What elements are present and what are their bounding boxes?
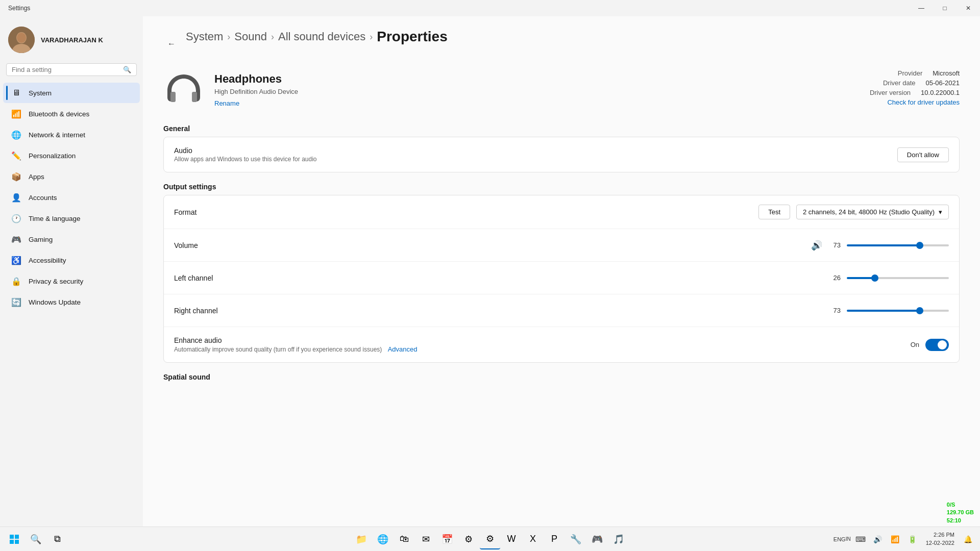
sidebar-item-network[interactable]: 🌐 Network & internet bbox=[3, 124, 140, 145]
taskview-button[interactable]: ⧉ bbox=[47, 529, 67, 549]
svg-rect-9 bbox=[15, 540, 19, 544]
provider-label: Provider bbox=[898, 69, 922, 77]
sidebar-item-accessibility[interactable]: ♿ Accessibility bbox=[3, 250, 140, 270]
network-tray-icon[interactable]: 📶 bbox=[887, 531, 903, 547]
taskbar-word[interactable]: W bbox=[501, 529, 522, 549]
search-input[interactable] bbox=[12, 66, 119, 73]
taskbar-center-icons: 📁 🌐 🛍 ✉ 📅 ⚙ ⚙ W X P 🔧 🎮 🎵 bbox=[351, 529, 629, 549]
taskbar-devtools[interactable]: 🔧 bbox=[566, 529, 586, 549]
content-area: ← System › Sound › All sound devices › P… bbox=[143, 16, 980, 527]
breadcrumb-allsound[interactable]: All sound devices bbox=[278, 30, 365, 43]
sidebar-item-privacy[interactable]: 🔒 Privacy & security bbox=[3, 271, 140, 291]
apps-icon: 📦 bbox=[11, 171, 21, 182]
minimize-button[interactable]: — bbox=[910, 0, 933, 16]
taskbar-games[interactable]: 🎮 bbox=[587, 529, 607, 549]
battery-icon[interactable]: 🔋 bbox=[904, 531, 921, 547]
sidebar-item-system[interactable]: 🖥 System bbox=[3, 83, 140, 103]
check-updates-link[interactable]: Check for driver updates bbox=[870, 98, 960, 106]
search-taskbar-button[interactable]: 🔍 bbox=[26, 529, 46, 549]
net-counter: 0/S 129.70 GB 52:10 bbox=[947, 501, 974, 524]
breadcrumb-properties: Properties bbox=[377, 29, 448, 45]
rename-link[interactable]: Rename bbox=[214, 99, 298, 107]
search-icon: 🔍 bbox=[123, 66, 131, 73]
sidebar-item-time[interactable]: 🕐 Time & language bbox=[3, 208, 140, 229]
titlebar: Settings — □ ✕ bbox=[0, 0, 980, 16]
taskbar: 🔍 ⧉ 📁 🌐 🛍 ✉ 📅 ⚙ ⚙ W X P 🔧 🎮 🎵 ENG IN ⌨ 🔊… bbox=[0, 527, 980, 551]
left-channel-slider-wrap bbox=[847, 273, 949, 283]
svg-rect-4 bbox=[170, 92, 176, 102]
volume-slider[interactable] bbox=[847, 244, 949, 246]
breadcrumb-sound[interactable]: Sound bbox=[234, 30, 267, 43]
breadcrumb-system[interactable]: System bbox=[186, 30, 223, 43]
format-label: Format bbox=[174, 208, 758, 216]
taskbar-store[interactable]: 🛍 bbox=[394, 529, 414, 549]
advanced-link[interactable]: Advanced bbox=[388, 345, 418, 353]
taskbar-settings[interactable]: ⚙ bbox=[458, 529, 479, 549]
right-channel-slider[interactable] bbox=[847, 310, 949, 312]
breadcrumb: System › Sound › All sound devices › Pro… bbox=[186, 29, 448, 45]
bluetooth-icon: 📶 bbox=[11, 109, 21, 119]
sidebar-item-windowsupdate[interactable]: 🔄 Windows Update bbox=[3, 292, 140, 312]
left-channel-control: 26 bbox=[828, 273, 949, 283]
enhance-toggle[interactable] bbox=[925, 339, 949, 351]
enhance-desc: Automatically improve sound quality (tur… bbox=[174, 345, 911, 353]
notification-icon[interactable]: 🔔 bbox=[960, 531, 976, 547]
user-profile: VARADHARAJAN K bbox=[0, 20, 143, 61]
sidebar-item-gaming[interactable]: 🎮 Gaming bbox=[3, 229, 140, 249]
breadcrumb-sep-1: › bbox=[227, 32, 230, 42]
format-test-button[interactable]: Test bbox=[758, 205, 790, 219]
close-button[interactable]: ✕ bbox=[957, 0, 980, 16]
audio-row: Audio Allow apps and Windows to use this… bbox=[164, 137, 959, 172]
driver-version-value: 10.0.22000.1 bbox=[921, 89, 960, 96]
volume-label: Volume bbox=[174, 241, 811, 249]
device-text: Headphones High Definition Audio Device … bbox=[214, 72, 298, 107]
sidebar-item-bluetooth[interactable]: 📶 Bluetooth & devices bbox=[3, 104, 140, 124]
format-dropdown[interactable]: 2 channels, 24 bit, 48000 Hz (Studio Qua… bbox=[796, 205, 949, 219]
driver-version-label: Driver version bbox=[870, 89, 911, 96]
accessibility-icon: ♿ bbox=[11, 255, 21, 265]
volume-tray-icon[interactable]: 🔊 bbox=[870, 531, 886, 547]
net-time: 52:10 bbox=[947, 517, 974, 524]
sidebar-item-personalization[interactable]: ✏️ Personalization bbox=[3, 145, 140, 166]
back-button[interactable]: ← bbox=[163, 36, 180, 52]
taskbar-music[interactable]: 🎵 bbox=[608, 529, 629, 549]
taskbar-calendar[interactable]: 📅 bbox=[437, 529, 457, 549]
device-subtitle: High Definition Audio Device bbox=[214, 88, 298, 95]
search-box[interactable]: 🔍 bbox=[6, 63, 137, 76]
driver-version-row: Driver version 10.0.22000.1 bbox=[870, 89, 960, 96]
upload-speed: 0/S bbox=[947, 501, 974, 509]
device-name: Headphones bbox=[214, 72, 298, 86]
driver-date-value: 05-06-2021 bbox=[926, 79, 960, 87]
nav: 🖥 System 📶 Bluetooth & devices 🌐 Network… bbox=[0, 82, 143, 313]
taskbar-edge[interactable]: 🌐 bbox=[373, 529, 393, 549]
sidebar-item-accounts[interactable]: 👤 Accounts bbox=[3, 187, 140, 208]
output-heading: Output settings bbox=[163, 183, 960, 191]
device-info: Headphones High Definition Audio Device … bbox=[163, 69, 298, 110]
taskbar-mail[interactable]: ✉ bbox=[415, 529, 436, 549]
time-icon: 🕐 bbox=[11, 213, 21, 223]
keyboard-icon[interactable]: ⌨ bbox=[852, 531, 869, 547]
left-channel-slider[interactable] bbox=[847, 277, 949, 279]
driver-date-label: Driver date bbox=[883, 79, 916, 87]
privacy-icon: 🔒 bbox=[11, 276, 21, 286]
taskbar-clock[interactable]: 2:26 PM 12-02-2022 bbox=[923, 529, 958, 549]
volume-control: 🔊 73 bbox=[811, 240, 949, 251]
user-name: VARADHARAJAN K bbox=[41, 36, 103, 44]
format-dropdown-value: 2 channels, 24 bit, 48000 Hz (Studio Qua… bbox=[803, 208, 935, 216]
volume-label-wrap: Volume bbox=[174, 241, 811, 249]
start-button[interactable] bbox=[4, 529, 24, 549]
system-icon: 🖥 bbox=[11, 88, 21, 98]
sidebar-item-apps[interactable]: 📦 Apps bbox=[3, 166, 140, 187]
device-header: Headphones High Definition Audio Device … bbox=[163, 69, 960, 110]
taskbar-file-explorer[interactable]: 📁 bbox=[351, 529, 372, 549]
format-row: Format Test 2 channels, 24 bit, 48000 Hz… bbox=[164, 195, 959, 229]
taskbar-active-app[interactable]: ⚙ bbox=[480, 529, 500, 549]
taskbar-excel[interactable]: X bbox=[523, 529, 543, 549]
maximize-button[interactable]: □ bbox=[933, 0, 957, 16]
enhance-row: Enhance audio Automatically improve soun… bbox=[164, 327, 959, 362]
lang-icon[interactable]: ENG IN bbox=[833, 531, 851, 547]
taskbar-ppt[interactable]: P bbox=[544, 529, 565, 549]
dont-allow-button[interactable]: Don't allow bbox=[897, 147, 949, 162]
lang-sub: IN bbox=[846, 536, 851, 542]
enhance-toggle-knob bbox=[938, 340, 947, 349]
